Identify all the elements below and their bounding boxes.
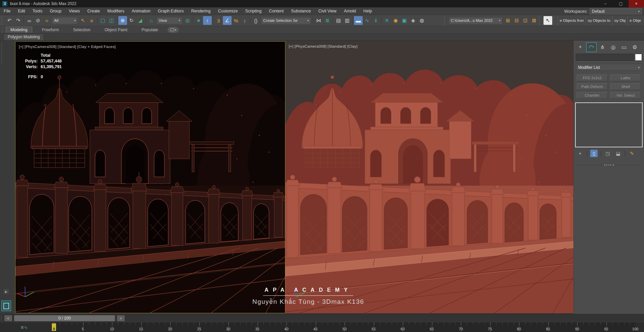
mirror-icon[interactable]: ⋈ (314, 16, 323, 25)
open-explorer-icon[interactable]: ⊟ (512, 16, 521, 25)
toolbar-grip[interactable] (554, 16, 556, 25)
utilities-tab-icon[interactable]: ⚙ (630, 43, 640, 52)
project-folder-select[interactable]: C:\Users\A...s Max 2022▾ (449, 17, 502, 24)
named-selection-sets-icon[interactable]: {} (251, 16, 260, 25)
viewport-right-canvas[interactable] (285, 41, 573, 313)
modifier-stack[interactable] (575, 102, 643, 147)
select-move-icon[interactable]: ⊕ (118, 16, 127, 25)
menu-item[interactable]: Edit (14, 9, 29, 13)
viewport-left-label[interactable]: [+] [PhysCamera008] [Standard] [Clay + E… (19, 45, 116, 49)
viewport-layout-tab[interactable] (1, 300, 11, 311)
ribbon-minimize-icon[interactable]: ▾ (168, 27, 178, 33)
modifier-button[interactable]: Lathe (610, 75, 641, 81)
ribbon-grip[interactable] (2, 27, 4, 33)
undo-icon[interactable]: ↶ (5, 16, 14, 25)
show-end-result-icon[interactable]: ▯ (590, 150, 598, 157)
toolbar-grip[interactable] (539, 16, 541, 25)
menu-item[interactable]: Customize (214, 9, 241, 13)
viewport-right-label[interactable]: [+] [PhysCamera008] [Standard] [Clay] (289, 44, 358, 48)
timeline-tick[interactable]: 30 (199, 322, 229, 332)
custom-script-button[interactable]: e Objects fron (557, 16, 586, 25)
isolate-selection-icon[interactable]: ✕ (383, 16, 391, 25)
toggle-ribbon-icon[interactable]: ▬ (354, 16, 363, 25)
app-icon[interactable]: 3 (2, 1, 7, 6)
menu-item[interactable]: Rendering (188, 9, 214, 13)
timeline-tick[interactable]: 60 (374, 322, 403, 332)
layer-manager-icon[interactable]: ▤ (334, 16, 343, 25)
timeline-tick[interactable]: 25 (170, 322, 199, 332)
menu-item[interactable]: Tools (29, 9, 46, 13)
menu-item[interactable]: Arnold (340, 9, 360, 13)
workspace-select[interactable]: Default ▾ (590, 8, 642, 14)
modifier-button[interactable]: Chamfer (577, 92, 608, 99)
timeline-tick[interactable]: 65 (403, 322, 432, 332)
maximize-button[interactable]: ▢ (613, 0, 629, 7)
timeline-tick[interactable]: 90 (548, 322, 577, 332)
previous-frame-button[interactable]: < (4, 315, 12, 322)
timeline-tick[interactable]: 50 (316, 322, 345, 332)
hierarchy-tab-icon[interactable]: ⋔ (598, 43, 607, 52)
timeline-tick[interactable]: 35 (228, 322, 257, 332)
snap-toggle-3d-icon[interactable]: 3 (214, 16, 223, 25)
track-bar[interactable]: ≣∿ 0 51015202530354045505560657075808590… (0, 322, 644, 332)
bind-spacewarp-icon[interactable]: ≈ (42, 16, 51, 25)
next-frame-button[interactable]: > (117, 315, 125, 322)
menu-item[interactable]: Help (360, 9, 376, 13)
make-unique-icon[interactable]: ◳ (604, 150, 611, 157)
rendered-frame-icon[interactable]: ◈ (409, 16, 417, 25)
viewport-scene[interactable] (15, 42, 285, 313)
gutter-grip[interactable] (1, 43, 2, 63)
polygon-modeling-panel-tab[interactable]: Polygon Modeling (3, 34, 44, 40)
viewport-left-canvas[interactable] (15, 42, 285, 313)
menu-item[interactable]: File (0, 9, 14, 13)
viewport-left[interactable]: [+] [PhysCamera008] [Standard] [Clay + E… (15, 41, 285, 313)
timeline-tick[interactable]: 75 (461, 322, 490, 332)
keyboard-override-icon[interactable]: ↑ (203, 16, 212, 25)
named-selection-set-field[interactable]: Create Selection Se▾ (261, 17, 311, 24)
dock-explorer-icon[interactable]: ⊡ (521, 16, 530, 25)
timeline-tick[interactable]: 85 (519, 322, 548, 332)
timeline-tick[interactable]: 80 (490, 322, 519, 332)
menu-item[interactable]: Animation (128, 9, 154, 13)
viewport-scene[interactable] (285, 41, 573, 313)
modify-tab-icon[interactable]: ◠ (586, 42, 597, 52)
unlink-icon[interactable]: ⊘ (34, 16, 42, 25)
timeline-tick[interactable]: 70 (432, 322, 461, 332)
scene-explorer-icon[interactable]: ⊞ (504, 16, 512, 25)
window-crossing-icon[interactable]: ◫ (107, 16, 116, 25)
select-by-name-icon[interactable]: ≡ (87, 16, 96, 25)
modifier-button[interactable]: FFD 2x2x2 (577, 75, 608, 81)
redo-icon[interactable]: ↷ (14, 16, 23, 25)
close-button[interactable]: × (629, 0, 644, 7)
rectangular-region-icon[interactable]: ▢ (98, 16, 107, 25)
percent-snap-icon[interactable]: % (232, 16, 240, 25)
timeline-tick[interactable]: 45 (286, 322, 316, 332)
reference-coordinate-select[interactable]: View▾ (157, 17, 182, 24)
menu-item[interactable]: Scripting (241, 9, 265, 13)
modifier-button[interactable]: Shell (610, 83, 641, 90)
mini-curve-editor-icon[interactable]: ≣∿ (18, 324, 30, 331)
expand-tray-icon[interactable]: ▶ (3, 288, 9, 295)
timeline-tick[interactable]: 10 (83, 322, 112, 332)
timeline-tick[interactable]: 55 (345, 322, 374, 332)
tab-selection[interactable]: Selection (69, 27, 94, 33)
tab-modeling[interactable]: Modeling (6, 27, 32, 33)
menu-item[interactable]: Create (84, 9, 104, 13)
pin-stack-icon[interactable]: ⌖ (576, 150, 584, 157)
custom-script-button[interactable]: oy Objects to (586, 16, 612, 25)
object-color-swatch[interactable] (635, 54, 642, 61)
object-name-field[interactable] (576, 54, 634, 61)
schematic-view-icon[interactable]: ⇓ (371, 16, 380, 25)
timeslider-grip[interactable] (1, 315, 2, 321)
cursor-tool-icon[interactable]: ↖ (544, 16, 552, 25)
material-editor-icon[interactable]: ◉ (391, 16, 400, 25)
timeline-tick[interactable]: 40 (257, 322, 287, 332)
tab-populate[interactable]: Populate (137, 27, 162, 33)
menu-item[interactable]: Content (265, 9, 287, 13)
timeline-ruler[interactable]: 0 51015202530354045505560657075808590951… (54, 322, 635, 332)
menu-item[interactable]: Substance (287, 9, 315, 13)
modifier-list-dropdown[interactable]: Modifier List ▾ (576, 64, 642, 71)
tab-object-paint[interactable]: Object Paint (100, 27, 132, 33)
viewport-right[interactable]: [+] [PhysCamera008] [Standard] [Clay] (285, 41, 573, 313)
timeline-tick[interactable]: 100 (606, 322, 636, 332)
